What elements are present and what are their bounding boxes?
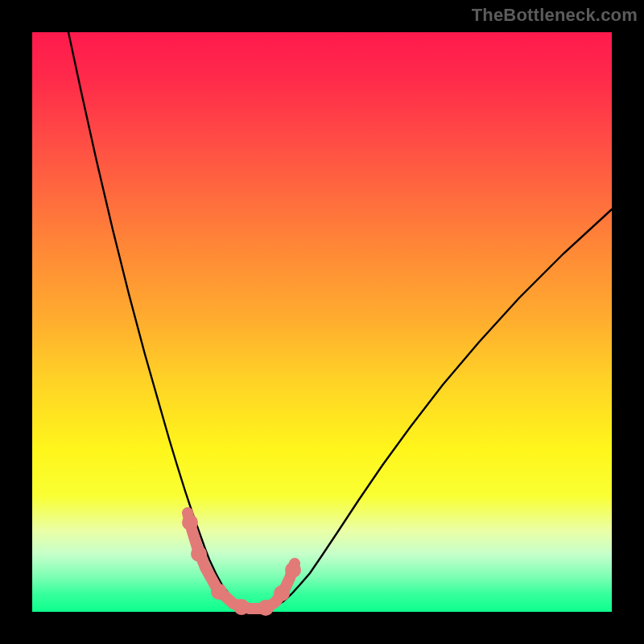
fit-point xyxy=(258,600,274,616)
left-curve xyxy=(68,32,262,609)
plot-area xyxy=(32,32,612,612)
fit-point xyxy=(191,546,207,562)
fit-point xyxy=(182,514,198,530)
fit-point xyxy=(274,585,290,601)
chart-frame: TheBottleneck.com xyxy=(0,0,644,644)
fit-point xyxy=(285,562,301,578)
fit-point xyxy=(233,599,250,615)
right-curve xyxy=(262,209,612,609)
watermark-text: TheBottleneck.com xyxy=(472,5,638,26)
fit-point xyxy=(211,584,227,600)
curve-layer xyxy=(32,32,612,612)
